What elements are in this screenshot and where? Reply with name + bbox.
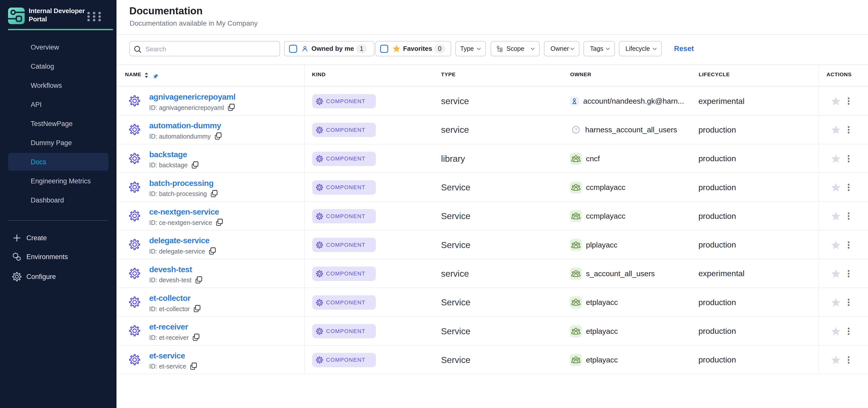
svg-text:?: ? bbox=[575, 128, 577, 132]
